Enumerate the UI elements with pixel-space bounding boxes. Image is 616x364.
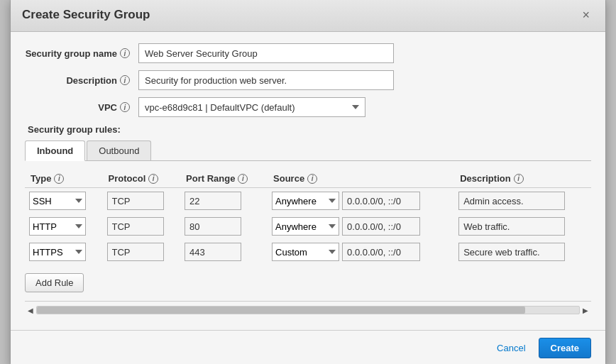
port-cell-1 bbox=[180, 214, 268, 239]
type-select-0[interactable]: SSH bbox=[29, 192, 86, 210]
vpc-select[interactable]: vpc-e68d9c81 | DefaultVPC (default) bbox=[138, 97, 365, 117]
type-select-1[interactable]: HTTP bbox=[29, 217, 86, 236]
modal-overlay: Create Security Group × Security group n… bbox=[0, 0, 616, 364]
type-select-2[interactable]: HTTPS bbox=[29, 243, 86, 261]
port-input-0[interactable] bbox=[185, 192, 241, 210]
type-cell-2: HTTPS bbox=[25, 239, 103, 265]
scroll-left-arrow[interactable]: ◀ bbox=[25, 307, 36, 314]
source-select-1[interactable]: Anywhere bbox=[272, 217, 339, 236]
desc-rule-input-0[interactable] bbox=[458, 192, 565, 210]
source-select-0[interactable]: Anywhere bbox=[272, 192, 339, 210]
th-description: Description i bbox=[454, 170, 591, 188]
desc-label: Description i bbox=[25, 75, 138, 86]
port-input-1[interactable] bbox=[185, 217, 241, 236]
rules-table: Type i Protocol i Port R bbox=[25, 170, 591, 265]
protocol-input-1 bbox=[107, 217, 164, 236]
protocol-cell-2 bbox=[103, 239, 181, 265]
port-cell-2 bbox=[180, 239, 268, 265]
scrollbar-area: ◀ ▶ bbox=[25, 301, 591, 319]
source-cell-2: Custom bbox=[268, 239, 454, 265]
modal-footer: Cancel Create bbox=[11, 330, 605, 364]
desc-rule-input-1[interactable] bbox=[458, 217, 565, 236]
table-row: HTTP Anywhere bbox=[25, 214, 591, 239]
port-cell-0 bbox=[180, 188, 268, 214]
desc-cell-1 bbox=[454, 214, 591, 239]
desc-cell-2 bbox=[454, 239, 591, 265]
source-cell-0: Anywhere bbox=[268, 188, 454, 214]
source-cell-1: Anywhere bbox=[268, 214, 454, 239]
type-cell-0: SSH bbox=[25, 188, 103, 214]
scroll-right-arrow[interactable]: ▶ bbox=[580, 307, 591, 314]
name-input[interactable] bbox=[138, 43, 394, 63]
protocol-input-2 bbox=[107, 243, 164, 261]
section-label: Security group rules: bbox=[25, 124, 591, 135]
table-header-row: Type i Protocol i Port R bbox=[25, 170, 591, 188]
source-col-info-icon[interactable]: i bbox=[307, 174, 317, 184]
protocol-input-0 bbox=[107, 192, 164, 210]
source-select-2[interactable]: Custom bbox=[272, 243, 339, 261]
name-info-icon[interactable]: i bbox=[120, 48, 130, 58]
protocol-cell-1 bbox=[103, 214, 181, 239]
modal-title: Create Security Group bbox=[22, 8, 150, 22]
vpc-label: VPC i bbox=[25, 102, 138, 113]
modal-header: Create Security Group × bbox=[11, 0, 605, 32]
desc-input[interactable] bbox=[138, 70, 394, 90]
protocol-cell-0 bbox=[103, 188, 181, 214]
table-row: HTTPS Custom bbox=[25, 239, 591, 265]
name-label: Security group name i bbox=[25, 48, 138, 59]
th-type: Type i bbox=[25, 170, 103, 188]
protocol-col-info-icon[interactable]: i bbox=[148, 174, 158, 184]
th-port-range: Port Range i bbox=[180, 170, 268, 188]
create-button[interactable]: Create bbox=[539, 338, 591, 358]
tab-outbound[interactable]: Outbound bbox=[87, 140, 151, 160]
source-cidr-input-2[interactable] bbox=[342, 243, 420, 261]
port-input-2[interactable] bbox=[185, 243, 241, 261]
vpc-info-icon[interactable]: i bbox=[120, 102, 130, 112]
type-col-info-icon[interactable]: i bbox=[54, 174, 64, 184]
desc-col-info-icon[interactable]: i bbox=[514, 174, 524, 184]
table-row: SSH Anywhere bbox=[25, 188, 591, 214]
th-protocol: Protocol i bbox=[103, 170, 181, 188]
port-col-info-icon[interactable]: i bbox=[238, 174, 248, 184]
source-cidr-input-0[interactable] bbox=[342, 192, 420, 210]
cancel-button[interactable]: Cancel bbox=[491, 339, 531, 357]
modal: Create Security Group × Security group n… bbox=[10, 0, 606, 364]
tab-inbound[interactable]: Inbound bbox=[25, 140, 85, 161]
desc-row: Description i bbox=[25, 70, 591, 90]
source-cidr-input-1[interactable] bbox=[342, 217, 420, 236]
scrollbar-track[interactable] bbox=[36, 306, 580, 314]
scrollbar-thumb[interactable] bbox=[37, 307, 525, 314]
desc-cell-0 bbox=[454, 188, 591, 214]
desc-info-icon[interactable]: i bbox=[120, 75, 130, 85]
th-source: Source i bbox=[268, 170, 454, 188]
tabs-container: Inbound Outbound bbox=[25, 140, 591, 161]
vpc-row: VPC i vpc-e68d9c81 | DefaultVPC (default… bbox=[25, 97, 591, 117]
desc-rule-input-2[interactable] bbox=[458, 243, 565, 261]
name-row: Security group name i bbox=[25, 43, 591, 63]
modal-body: Security group name i Description i VPC … bbox=[11, 32, 605, 330]
close-button[interactable]: × bbox=[578, 7, 594, 23]
add-rule-button[interactable]: Add Rule bbox=[25, 273, 84, 292]
type-cell-1: HTTP bbox=[25, 214, 103, 239]
